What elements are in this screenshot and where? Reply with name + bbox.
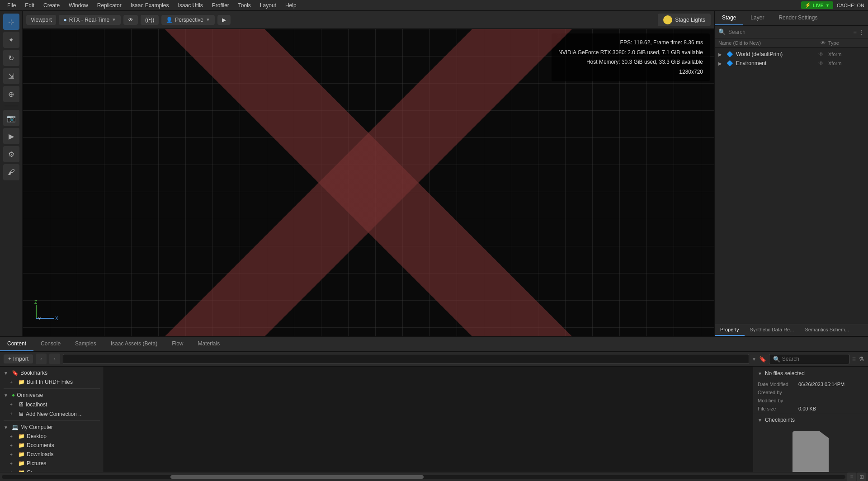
- filter-icon[interactable]: ≡: [853, 28, 857, 35]
- file-content-area[interactable]: [104, 367, 753, 472]
- search-input[interactable]: [782, 356, 845, 362]
- file-size-value: 0.00 KB: [798, 406, 863, 411]
- search-icon: 🔍: [773, 356, 780, 363]
- omniverse-group[interactable]: ▼ ● Omniverse: [0, 391, 104, 400]
- scale-tool-button[interactable]: ⇲: [3, 68, 19, 84]
- tab-console[interactable]: Console: [33, 337, 68, 351]
- content-scrollbar: ≡ ⊞: [0, 472, 868, 481]
- menu-create[interactable]: Create: [40, 1, 63, 9]
- world-eye-icon[interactable]: 👁: [816, 51, 826, 57]
- tab-content[interactable]: Content: [0, 337, 33, 351]
- file-size-row: File size 0.00 KB: [753, 405, 868, 413]
- path-dropdown-icon[interactable]: ▼: [752, 357, 756, 362]
- menu-tools[interactable]: Tools: [235, 1, 255, 9]
- downloads-expand-icon: +: [10, 452, 16, 457]
- add-new-connection-item[interactable]: + 🖥 Add New Connection ...: [0, 409, 104, 419]
- created-by-row: Created by: [753, 388, 868, 396]
- chevron-left-icon: ‹: [40, 356, 42, 362]
- render-mode-button[interactable]: ((•)): [141, 15, 159, 25]
- stage-panel: Stage Layer Render Settings 🔍 ≡ ⋮ Name (…: [714, 11, 868, 336]
- bookmark-button[interactable]: 🔖: [759, 356, 766, 363]
- stage-lights-button[interactable]: Stage Lights: [658, 14, 711, 26]
- camera-perspective-button[interactable]: 👤 Perspective ▼: [161, 15, 215, 25]
- menu-edit[interactable]: Edit: [21, 1, 38, 9]
- tree-item-environment[interactable]: ▶ 🔷 Environment 👁 Xform: [715, 59, 868, 68]
- menu-isaac-examples[interactable]: Isaac Examples: [127, 1, 173, 9]
- viewport-options-button[interactable]: ▶: [217, 15, 231, 25]
- pictures-item[interactable]: + 📁 Pictures: [0, 459, 104, 468]
- col-type-header: Type: [828, 40, 864, 46]
- menu-window[interactable]: Window: [65, 1, 92, 9]
- content-toolbar: + Import ‹ › ▼ 🔖 🔍 ≡ ⚗: [0, 352, 868, 367]
- nav-forward-button[interactable]: ›: [49, 354, 60, 364]
- my-computer-group[interactable]: ▼ 💻 My Computer: [0, 423, 104, 432]
- more-icon[interactable]: ⋮: [859, 28, 864, 35]
- viewport-title-label: Viewport: [31, 17, 52, 23]
- universal-tool-button[interactable]: ⊕: [3, 86, 19, 102]
- viewport-toolbar: Viewport ● RTX - Real-Time ▼ 👁 ((•)) 👤 P…: [23, 11, 714, 29]
- desktop-item[interactable]: + 📁 Desktop: [0, 432, 104, 441]
- tab-property[interactable]: Property: [715, 324, 745, 336]
- eye-view-button[interactable]: 👁: [123, 15, 138, 25]
- select-tool-button[interactable]: ⊹: [3, 14, 19, 30]
- grid-view-button[interactable]: ⊞: [857, 472, 866, 481]
- nav-back-button[interactable]: ‹: [36, 354, 47, 364]
- built-in-urdf-item[interactable]: + 📁 Built In URDF Files: [0, 377, 104, 387]
- downloads-item[interactable]: + 📁 Downloads: [0, 450, 104, 459]
- menu-layout[interactable]: Layout: [256, 1, 280, 9]
- menu-replicator[interactable]: Replicator: [94, 1, 125, 9]
- rtx-mode-button[interactable]: ● RTX - Real-Time ▼: [59, 15, 121, 25]
- tab-isaac-assets[interactable]: Isaac Assets (Beta): [104, 337, 165, 351]
- checkpoints-section: ▼ Checkpoints: [753, 413, 868, 427]
- bookmarks-group[interactable]: ▼ 🔖 Bookmarks: [0, 368, 104, 377]
- menu-help[interactable]: Help: [282, 1, 300, 9]
- documents-expand-icon: +: [10, 443, 16, 448]
- camera-button[interactable]: 📷: [3, 110, 19, 126]
- import-button[interactable]: + Import: [4, 354, 33, 363]
- tab-render-settings[interactable]: Render Settings: [771, 11, 825, 25]
- view-mode-button[interactable]: ≡: [852, 355, 856, 363]
- scrollbar-track[interactable]: [2, 475, 845, 479]
- desktop-label: Desktop: [27, 433, 47, 439]
- checkpoints-toggle-icon[interactable]: ▼: [758, 418, 762, 423]
- scrollbar-thumb[interactable]: [170, 475, 424, 479]
- urdf-expand-icon: +: [10, 380, 16, 385]
- live-badge[interactable]: ⚡ LIVE ▼: [801, 1, 833, 9]
- list-view-button[interactable]: ≡: [847, 472, 856, 481]
- viewport-canvas[interactable]: FPS: 119.62, Frame time: 8.36 ms NVIDIA …: [23, 29, 714, 336]
- svg-text:Y: Y: [38, 316, 41, 321]
- perspective-label: Perspective: [175, 17, 203, 23]
- menu-file[interactable]: File: [4, 1, 19, 9]
- animation-button[interactable]: ▶: [3, 128, 19, 144]
- file-tree: ▼ 🔖 Bookmarks + 📁 Built In URDF Files ▼ …: [0, 367, 104, 472]
- tab-materials[interactable]: Materials: [190, 337, 227, 351]
- env-eye-icon[interactable]: 👁: [816, 60, 826, 66]
- date-modified-value: 06/26/2023 05:14PM: [798, 382, 863, 387]
- c-drive-item[interactable]: + 📁 C:: [0, 468, 104, 472]
- move-tool-button[interactable]: ✦: [3, 32, 19, 48]
- localhost-item[interactable]: + 🖥 localhost: [0, 400, 104, 409]
- tab-layer[interactable]: Layer: [743, 11, 771, 25]
- fps-stat: FPS: 119.62, Frame time: 8.36 ms: [558, 38, 703, 48]
- resolution-stat: 1280x720: [558, 67, 703, 77]
- tab-flow[interactable]: Flow: [165, 337, 190, 351]
- menu-profiler[interactable]: Profiler: [208, 1, 233, 9]
- content-tabs: Content Console Samples Isaac Assets (Be…: [0, 337, 868, 352]
- stage-search-input[interactable]: [728, 29, 850, 35]
- menu-isaac-utils[interactable]: Isaac Utils: [174, 1, 206, 9]
- documents-item[interactable]: + 📁 Documents: [0, 441, 104, 450]
- paint-button[interactable]: 🖌: [3, 164, 19, 180]
- tab-synthetic-data[interactable]: Synthetic Data Re...: [745, 324, 800, 336]
- info-toggle-icon[interactable]: ▼: [758, 371, 762, 376]
- rotate-tool-button[interactable]: ↻: [3, 50, 19, 66]
- tree-item-world[interactable]: ▶ 🔷 World (defaultPrim) 👁 Xform: [715, 50, 868, 59]
- simulation-button[interactable]: ⚙: [3, 146, 19, 162]
- date-modified-row: Date Modified 06/26/2023 05:14PM: [753, 380, 868, 388]
- tab-stage[interactable]: Stage: [715, 11, 743, 25]
- tab-semantics-schema[interactable]: Semantics Schem...: [799, 324, 854, 336]
- filter-button[interactable]: ⚗: [859, 355, 864, 363]
- tab-samples[interactable]: Samples: [68, 337, 104, 351]
- path-input[interactable]: [63, 354, 749, 364]
- my-computer-label: My Computer: [20, 424, 53, 430]
- viewport-title-btn[interactable]: Viewport: [26, 15, 56, 25]
